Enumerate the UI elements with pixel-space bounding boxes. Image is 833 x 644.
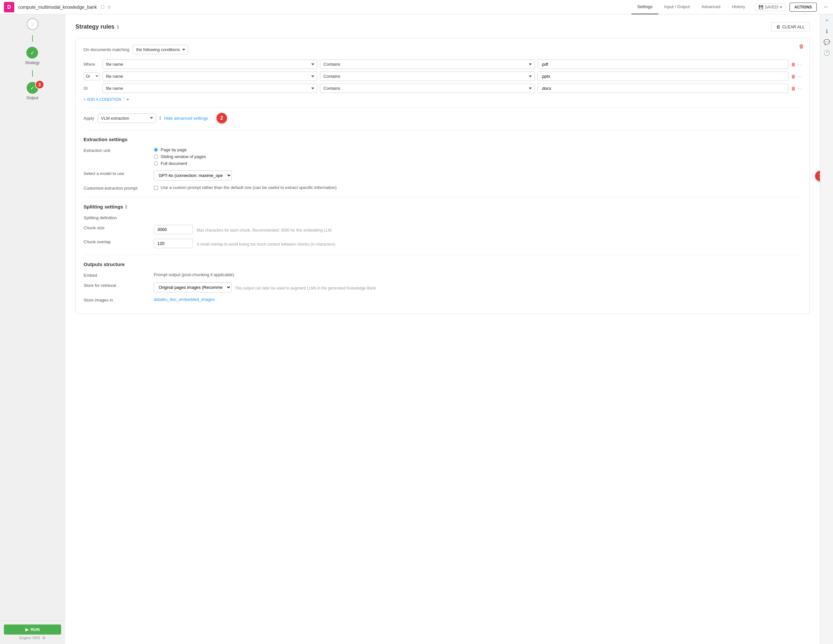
- store-images-label: Store images in: [84, 297, 149, 303]
- store-retrieval-label: Store for retrieval: [84, 282, 149, 288]
- run-label: RUN: [31, 627, 40, 632]
- radio-page-by-page-input[interactable]: [154, 148, 158, 152]
- plus-icon[interactable]: ＋: [824, 17, 830, 24]
- prompt-row: Customize extraction prompt Use a custom…: [84, 185, 801, 191]
- cond-value-input-2[interactable]: [537, 72, 788, 81]
- run-icon: ▶: [25, 627, 29, 632]
- conditions-table: Where file name Contains 🗑 ···: [84, 60, 801, 93]
- extraction-unit-options: Page by page Sliding window of pages Ful…: [154, 147, 801, 166]
- cond-more-btn-2[interactable]: ···: [798, 74, 801, 79]
- tab-input-output[interactable]: Input / Output: [658, 0, 696, 14]
- cond-operator-select-2[interactable]: Contains: [320, 72, 535, 81]
- add-cond-divider: [124, 97, 124, 102]
- tab-history[interactable]: History: [726, 0, 751, 14]
- connector-2: [32, 70, 33, 77]
- apply-select[interactable]: VLM extraction: [98, 114, 156, 123]
- cond-actions-1: 🗑 ···: [791, 62, 801, 67]
- sidebar: ↓ ✓ Strategy ✓ 3 Output ▶ RUN Engine: DS…: [0, 14, 65, 644]
- cond-value-input-3[interactable]: [537, 84, 788, 93]
- sidebar-node-strategy[interactable]: ✓ Strategy: [25, 47, 40, 65]
- extraction-divider: [84, 130, 801, 130]
- cond-delete-btn-1[interactable]: 🗑: [791, 62, 796, 67]
- saved-button[interactable]: 💾 SAVED! ▾: [755, 3, 786, 11]
- extraction-unit-label: Extraction unit: [84, 147, 149, 153]
- cond-delete-btn-2[interactable]: 🗑: [791, 74, 796, 79]
- radio-sliding-window[interactable]: Sliding window of pages: [154, 154, 801, 159]
- body-layout: ↓ ✓ Strategy ✓ 3 Output ▶ RUN Engine: DS…: [0, 14, 833, 644]
- chunk-overlap-content: A small overlap to avoid losing too much…: [154, 239, 801, 248]
- store-images-link[interactable]: dataiku_doc_embedded_images: [154, 297, 215, 302]
- condition-type-select[interactable]: the following conditions: [133, 45, 188, 54]
- model-select[interactable]: GPT-4o (connection: maxime_ope: [154, 171, 232, 180]
- prompt-label: Customize extraction prompt: [84, 185, 149, 191]
- apply-info-icon[interactable]: ℹ: [159, 116, 161, 121]
- delete-card-button[interactable]: 🗑: [799, 43, 804, 50]
- chunk-overlap-hint: A small overlap to avoid losing too much…: [197, 241, 335, 246]
- annotation-badge-1: 1: [815, 171, 820, 181]
- extraction-section-title: Extraction settings: [84, 137, 801, 142]
- right-panel: ＋ ℹ 💬 🕐: [820, 14, 833, 644]
- page-title: Strategy rules ℹ: [76, 23, 119, 30]
- radio-full-document[interactable]: Full document: [154, 161, 801, 166]
- gear-icon[interactable]: ⚙: [42, 636, 45, 640]
- share-icon[interactable]: ⊙: [107, 5, 111, 10]
- chunk-size-label: Chunk size: [84, 225, 149, 230]
- radio-full-document-input[interactable]: [154, 161, 158, 166]
- splitting-info-icon[interactable]: ℹ: [125, 204, 127, 209]
- rule-card: 🗑 1 On documents matching the following …: [76, 38, 810, 314]
- hide-advanced-link[interactable]: Hide advanced settings: [164, 116, 208, 121]
- sidebar-node-output[interactable]: ✓ 3 Output: [26, 82, 38, 100]
- embed-content: Prompt output (post-chunking if applicab…: [154, 272, 801, 277]
- add-condition-row: + ADD A CONDITION ▾: [84, 97, 801, 102]
- output-label: Output: [26, 96, 38, 100]
- cond-more-btn-1[interactable]: ···: [798, 62, 801, 67]
- run-button[interactable]: ▶ RUN: [4, 625, 61, 634]
- trash-icon: 🗑: [776, 24, 780, 29]
- cond-prefix-1: Where: [84, 62, 100, 67]
- bookmark-icon[interactable]: ☐: [101, 5, 105, 10]
- cond-field-select-1[interactable]: file name: [103, 60, 317, 69]
- cond-field-select-3[interactable]: file name: [103, 84, 317, 93]
- chunk-size-row: Chunk size Max characters for each chunk…: [84, 225, 801, 234]
- cond-delete-btn-3[interactable]: 🗑: [791, 86, 796, 91]
- output-badge: 3: [35, 80, 44, 89]
- tab-advanced[interactable]: Advanced: [696, 0, 726, 14]
- model-row: Select a model to use GPT-4o (connection…: [84, 171, 801, 180]
- add-condition-button[interactable]: + ADD A CONDITION: [84, 97, 121, 102]
- add-cond-caret[interactable]: ▾: [127, 97, 129, 102]
- doc-icons: ☐ ⊙: [101, 5, 111, 10]
- title-info-icon[interactable]: ℹ: [117, 24, 119, 30]
- store-retrieval-content: Original pages images (Recomme This outp…: [154, 282, 801, 292]
- chat-icon[interactable]: 💬: [823, 39, 830, 45]
- actions-button[interactable]: ACTIONS: [790, 3, 817, 12]
- cond-more-btn-3[interactable]: ···: [798, 86, 801, 91]
- cond-operator-select-1[interactable]: Contains: [320, 60, 535, 69]
- prompt-checkbox-row: Use a custom prompt rather than the defa…: [154, 185, 801, 190]
- cond-value-input-1[interactable]: [537, 60, 788, 69]
- radio-sliding-window-input[interactable]: [154, 155, 158, 159]
- chunk-overlap-label: Chunk overlap: [84, 239, 149, 244]
- strategy-node-circle: ✓: [26, 47, 38, 58]
- cond-field-select-2[interactable]: file name: [103, 72, 317, 81]
- clear-all-button[interactable]: 🗑 CLEAR ALL: [771, 22, 810, 32]
- doc-title: compute_multimodal_knowledge_bank: [18, 5, 97, 10]
- prompt-checkbox[interactable]: [154, 186, 158, 190]
- chunk-size-hint: Max characters for each chunk. Recommend…: [197, 227, 333, 233]
- chunk-overlap-input[interactable]: [154, 239, 193, 248]
- top-nav: D compute_multimodal_knowledge_bank ☐ ⊙ …: [0, 0, 833, 14]
- outputs-section-title: Outputs structure: [84, 261, 801, 267]
- clock-icon[interactable]: 🕐: [823, 50, 830, 56]
- tab-settings[interactable]: Settings: [631, 0, 658, 14]
- store-retrieval-select[interactable]: Original pages images (Recomme: [154, 282, 232, 292]
- annotation-badge-2: 2: [217, 113, 227, 123]
- store-retrieval-row: Store for retrieval Original pages image…: [84, 282, 801, 292]
- chunk-size-input[interactable]: [154, 225, 193, 234]
- radio-page-by-page[interactable]: Page by page: [154, 147, 801, 152]
- back-arrow-icon[interactable]: ←: [823, 3, 829, 10]
- apply-row: Apply VLM extraction ℹ Hide advanced set…: [84, 107, 801, 123]
- info-panel-icon[interactable]: ℹ: [826, 28, 828, 34]
- store-images-content: dataiku_doc_embedded_images: [154, 297, 801, 302]
- sidebar-node-top: ↓: [27, 18, 39, 30]
- cond-logic-select-2[interactable]: Or And: [84, 72, 100, 80]
- cond-operator-select-3[interactable]: Contains: [320, 84, 535, 93]
